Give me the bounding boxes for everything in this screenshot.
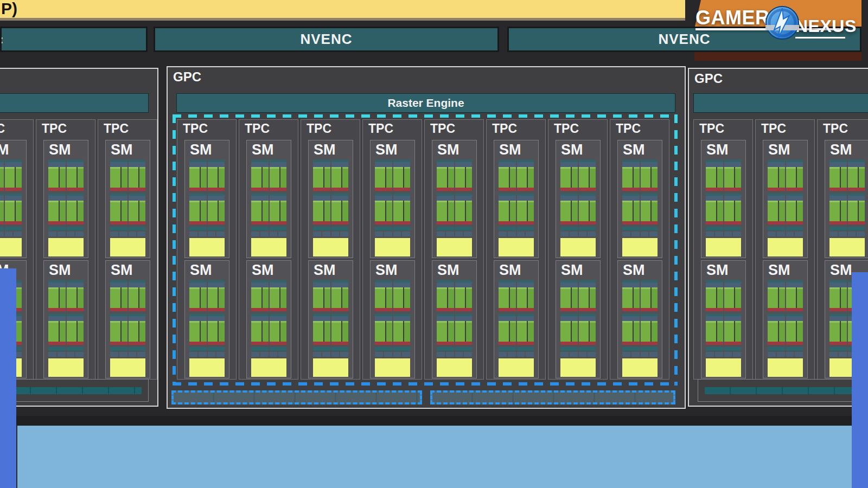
core-array bbox=[201, 321, 207, 342]
warp-scheduler-strip bbox=[455, 316, 473, 321]
warp-scheduler-strip bbox=[848, 162, 865, 167]
l1-cache-block bbox=[189, 358, 225, 377]
sm-label: SM bbox=[432, 140, 476, 159]
tpc-label: TPC bbox=[0, 120, 33, 140]
sm-scheduler-row bbox=[437, 314, 472, 321]
cuda-core-block bbox=[499, 201, 534, 221]
core-array bbox=[313, 287, 323, 308]
core-array bbox=[375, 201, 385, 221]
warp-scheduler-strip bbox=[313, 316, 330, 321]
core-array bbox=[263, 201, 269, 221]
warp-scheduler-strip bbox=[579, 316, 596, 321]
sm-scheduler-row bbox=[768, 194, 803, 201]
warp-scheduler-strip bbox=[375, 196, 392, 201]
l1-cache-block bbox=[499, 358, 534, 377]
core-array bbox=[110, 167, 120, 188]
core-array bbox=[768, 287, 778, 308]
sm-label: SM bbox=[185, 261, 229, 279]
gamersnexus-logo-icon bbox=[764, 4, 801, 41]
register-file-row bbox=[0, 221, 22, 224]
core-array bbox=[634, 167, 640, 188]
warp-scheduler-strip bbox=[5, 196, 22, 201]
sm-stack bbox=[189, 280, 225, 377]
tpc-label: TPC bbox=[98, 120, 157, 140]
core-array bbox=[448, 201, 454, 221]
cuda-core-block bbox=[0, 201, 22, 221]
sm-scheduler-row bbox=[499, 280, 534, 287]
ldst-unit-row bbox=[313, 232, 348, 236]
warp-scheduler-strip bbox=[517, 282, 534, 287]
core-array bbox=[841, 321, 847, 342]
tpc-block: TPC SM bbox=[693, 119, 753, 380]
sm-scheduler-row bbox=[499, 194, 534, 201]
core-array bbox=[263, 167, 269, 188]
core-array bbox=[386, 321, 392, 342]
title-bar: P) bbox=[0, 0, 685, 21]
core-array bbox=[517, 201, 527, 221]
tex-unit-row bbox=[189, 227, 225, 230]
ldst-unit-row bbox=[829, 232, 865, 236]
core-array bbox=[78, 201, 84, 221]
sm-label: SM bbox=[44, 261, 88, 279]
core-array bbox=[16, 321, 22, 342]
sm-scheduler-row bbox=[437, 280, 472, 287]
warp-scheduler-strip bbox=[829, 282, 847, 287]
sm-scheduler-row bbox=[375, 160, 410, 167]
sm-label: SM bbox=[618, 140, 662, 159]
ldst-unit-row bbox=[560, 352, 596, 357]
nvenc-bar-left: : bbox=[0, 27, 148, 52]
cuda-core-block bbox=[706, 321, 741, 342]
cuda-core-block bbox=[622, 321, 658, 342]
core-array bbox=[797, 321, 803, 342]
warp-scheduler-strip bbox=[724, 162, 742, 167]
sm-scheduler-row bbox=[560, 314, 596, 321]
core-array bbox=[5, 201, 15, 221]
warp-scheduler-strip bbox=[251, 162, 269, 167]
core-array bbox=[0, 201, 4, 221]
core-array bbox=[331, 287, 342, 308]
l1-cache-block bbox=[313, 238, 348, 256]
core-array bbox=[448, 167, 454, 188]
sm-scheduler-row bbox=[499, 160, 534, 167]
tpc-block: TPC SM bbox=[36, 119, 95, 380]
warp-scheduler-strip bbox=[560, 282, 578, 287]
core-array bbox=[829, 321, 840, 342]
warp-scheduler-strip bbox=[706, 162, 723, 167]
warp-scheduler-strip bbox=[393, 316, 411, 321]
warp-scheduler-strip bbox=[393, 196, 411, 201]
core-array bbox=[219, 321, 225, 342]
warp-scheduler-strip bbox=[724, 196, 742, 201]
tex-unit-row bbox=[189, 347, 225, 351]
tpc-row: TPC SM bbox=[0, 119, 157, 380]
core-array bbox=[67, 167, 77, 188]
core-array bbox=[393, 167, 404, 188]
cuda-core-block bbox=[189, 167, 225, 188]
warp-scheduler-strip bbox=[270, 316, 287, 321]
sm-scheduler-row bbox=[251, 280, 286, 287]
cuda-core-block bbox=[768, 321, 803, 342]
gpc-right: GPC TPC SM bbox=[688, 68, 868, 407]
warp-scheduler-strip bbox=[375, 162, 392, 167]
ldst-unit-row bbox=[189, 352, 225, 357]
core-array bbox=[768, 167, 778, 188]
ldst-unit-row bbox=[768, 232, 803, 236]
core-array bbox=[510, 201, 516, 221]
core-array bbox=[375, 287, 385, 308]
core-array bbox=[324, 201, 330, 221]
sm-scheduler-row bbox=[706, 280, 741, 287]
sm-stack bbox=[251, 280, 286, 377]
cuda-core-block bbox=[313, 201, 348, 221]
warp-scheduler-strip bbox=[270, 162, 287, 167]
core-array bbox=[16, 167, 22, 188]
core-array bbox=[208, 321, 218, 342]
warp-scheduler-strip bbox=[768, 196, 785, 201]
warp-scheduler-strip bbox=[208, 162, 225, 167]
core-array bbox=[208, 167, 218, 188]
sm-block: SM bbox=[763, 260, 808, 378]
warp-scheduler-strip bbox=[189, 316, 207, 321]
l1-cache-block bbox=[560, 358, 596, 377]
l1-cache-block bbox=[622, 358, 658, 377]
core-array bbox=[404, 201, 410, 221]
l1-cache-block bbox=[313, 358, 348, 377]
core-array bbox=[652, 287, 658, 308]
